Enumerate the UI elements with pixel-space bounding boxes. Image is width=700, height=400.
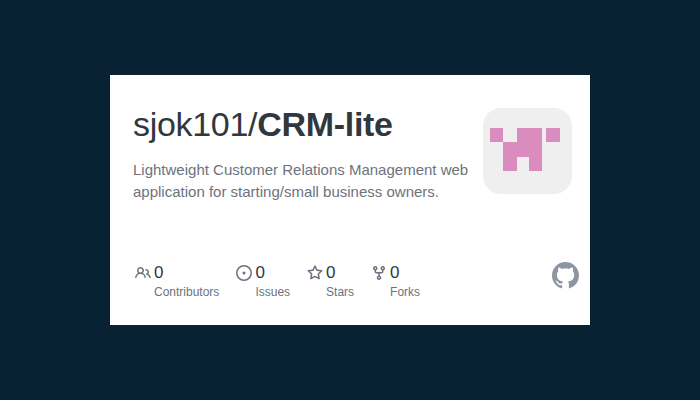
avatar — [483, 108, 572, 194]
github-mark-icon — [552, 262, 579, 289]
people-icon — [135, 265, 151, 281]
forks-label: Forks — [390, 286, 420, 298]
repo-social-card: sjok101/CRM-lite Lightweight Customer Re… — [110, 75, 590, 325]
stats-row: 0 Contributors 0 Issues 0 — [135, 264, 420, 298]
contributors-label: Contributors — [154, 286, 219, 298]
repo-owner: sjok101/ — [133, 105, 257, 143]
issues-count: 0 — [255, 264, 290, 281]
stars-count: 0 — [326, 264, 354, 281]
star-icon — [307, 265, 323, 281]
stat-contributors: 0 Contributors — [135, 264, 219, 298]
stat-stars: 0 Stars — [307, 264, 354, 298]
repo-title: sjok101/CRM-lite — [133, 104, 393, 144]
repo-fork-icon — [371, 265, 387, 281]
issue-opened-icon — [236, 265, 252, 281]
identicon-avatar-icon — [483, 108, 572, 194]
contributors-count: 0 — [154, 264, 219, 281]
stat-forks: 0 Forks — [371, 264, 420, 298]
repo-description: Lightweight Customer Relations Managemen… — [133, 159, 469, 203]
stars-label: Stars — [326, 286, 354, 298]
repo-name: CRM-lite — [257, 105, 392, 143]
social-preview-background: sjok101/CRM-lite Lightweight Customer Re… — [0, 0, 700, 400]
issues-label: Issues — [255, 286, 290, 298]
stat-issues: 0 Issues — [236, 264, 290, 298]
forks-count: 0 — [390, 264, 420, 281]
